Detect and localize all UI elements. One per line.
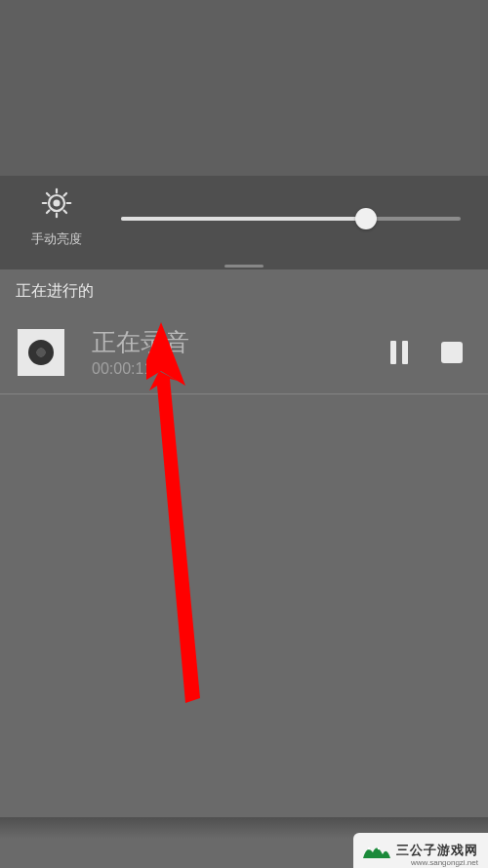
svg-line-7	[64, 211, 66, 213]
brightness-slider[interactable]	[92, 201, 467, 236]
brightness-label: 手动亮度	[31, 230, 82, 248]
notification-timer: 00:00:11	[92, 360, 390, 378]
stop-button[interactable]	[441, 342, 463, 363]
svg-point-1	[53, 199, 60, 206]
notification-title: 正在录音	[92, 327, 390, 356]
ongoing-header: 正在进行的	[0, 269, 488, 311]
svg-marker-10	[149, 371, 200, 703]
brightness-toggle[interactable]: 手动亮度	[21, 186, 92, 248]
svg-point-12	[368, 847, 370, 849]
svg-point-13	[378, 847, 380, 849]
pause-button[interactable]	[390, 341, 408, 364]
brightness-panel: 手动亮度	[0, 176, 488, 264]
recorder-app-icon	[18, 329, 64, 376]
watermark: 三公子游戏网 www.sangongzi.net	[353, 833, 488, 868]
watermark-logo-icon	[361, 839, 390, 862]
svg-line-6	[47, 193, 49, 195]
brightness-icon	[39, 186, 74, 221]
recording-notification[interactable]: 正在录音 00:00:11	[0, 311, 488, 394]
background-blur-area	[0, 0, 488, 176]
notification-text: 正在录音 00:00:11	[64, 327, 390, 378]
watermark-url: www.sangongzi.net	[411, 858, 478, 867]
svg-line-8	[47, 211, 49, 213]
slider-thumb[interactable]	[355, 208, 377, 229]
svg-line-9	[64, 193, 66, 195]
watermark-brand: 三公子游戏网	[396, 842, 478, 859]
